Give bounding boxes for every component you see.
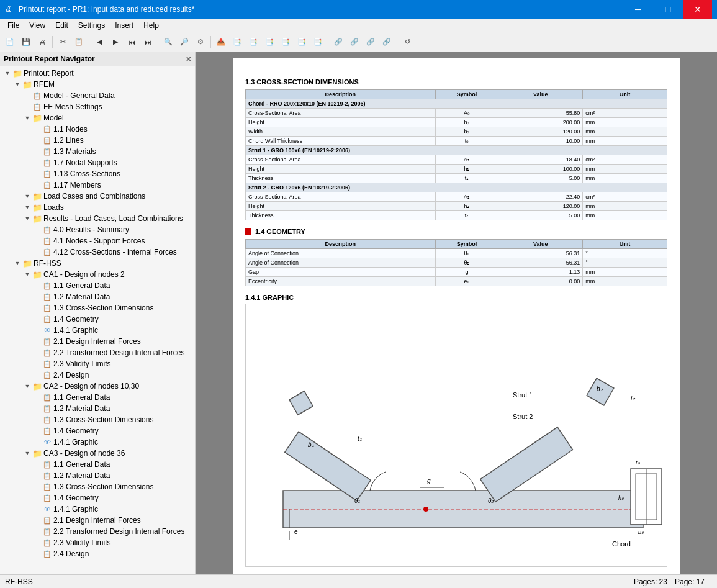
tb-link3[interactable]: 🔗 bbox=[363, 35, 378, 50]
tree-item-ca1geom[interactable]: 📋1.4 Geometry bbox=[0, 314, 195, 325]
tree-item-ca1validity[interactable]: 📋2.3 Validity Limits bbox=[0, 358, 195, 369]
tree-expander-resultsSummary[interactable] bbox=[32, 225, 42, 235]
menu-insert[interactable]: Insert bbox=[110, 20, 138, 31]
tree-expander-rfem[interactable]: ▼ bbox=[12, 79, 22, 89]
tree-expander-ca3designint[interactable] bbox=[32, 515, 42, 525]
tb-export4[interactable]: 📑 bbox=[262, 35, 277, 50]
tree-item-ca2crosssec[interactable]: 📋1.3 Cross-Section Dimensions bbox=[0, 414, 195, 425]
tree-item-modelGeneral[interactable]: 📋Model - General Data bbox=[0, 90, 195, 101]
tb-export2[interactable]: 📑 bbox=[230, 35, 245, 50]
tb-last[interactable]: ⏭ bbox=[140, 35, 155, 50]
tree-item-nodalSupports[interactable]: 📋1.7 Nodal Supports bbox=[0, 157, 195, 168]
tree-expander-ca3transformed[interactable] bbox=[32, 527, 42, 536]
tree-item-loadCases[interactable]: ▼📁Load Cases and Combinations bbox=[0, 191, 195, 202]
tb-cut[interactable]: ✂ bbox=[55, 35, 70, 50]
tree-item-ca2[interactable]: ▼📁CA2 - Design of nodes 10,30 bbox=[0, 381, 195, 392]
tree-item-ca1graphic[interactable]: 👁1.4.1 Graphic bbox=[0, 325, 195, 336]
tb-zoom-in[interactable]: 🔍 bbox=[161, 35, 176, 50]
tb-first[interactable]: ⏮ bbox=[124, 35, 139, 50]
tree-expander-ca1design[interactable] bbox=[32, 370, 42, 380]
tree-item-ca1general[interactable]: 📋1.1 General Data bbox=[0, 280, 195, 291]
tree-item-ca3validity[interactable]: 📋2.3 Validity Limits bbox=[0, 537, 195, 548]
close-button[interactable]: ✕ bbox=[683, 0, 712, 19]
tree-expander-ca3validity[interactable] bbox=[32, 538, 42, 548]
tree-item-ca1crosssec[interactable]: 📋1.3 Cross-Section Dimensions bbox=[0, 302, 195, 314]
tb-save[interactable]: 💾 bbox=[19, 35, 34, 50]
tree-expander-root[interactable]: ▼ bbox=[2, 68, 12, 78]
tree-expander-ca2general[interactable] bbox=[32, 392, 42, 402]
tree-item-resultsSummary[interactable]: 📋4.0 Results - Summary bbox=[0, 224, 195, 235]
tree-item-ca3crosssec[interactable]: 📋1.3 Cross-Section Dimensions bbox=[0, 481, 195, 492]
tree-expander-ca1validity[interactable] bbox=[32, 359, 42, 369]
tree-container[interactable]: ▼📁Printout Report▼📁RFEM📋Model - General … bbox=[0, 66, 195, 574]
tree-item-ca2graphic[interactable]: 👁1.4.1 Graphic bbox=[0, 436, 195, 448]
panel-close-button[interactable]: × bbox=[186, 54, 191, 64]
tree-item-nodesSupportForces[interactable]: 📋4.1 Nodes - Support Forces bbox=[0, 235, 195, 247]
tree-item-lines[interactable]: 📋1.2 Lines bbox=[0, 135, 195, 146]
tree-expander-ca3crosssec[interactable] bbox=[32, 482, 42, 492]
maximize-button[interactable]: □ bbox=[654, 0, 682, 19]
tree-item-ca3transformed[interactable]: 📋2.2 Transformed Design Internal Forces bbox=[0, 526, 195, 537]
tree-expander-members[interactable] bbox=[32, 180, 42, 190]
tree-expander-ca1general[interactable] bbox=[32, 281, 42, 291]
tree-expander-feMesh[interactable] bbox=[22, 102, 32, 112]
menu-help[interactable]: Help bbox=[138, 20, 164, 31]
tree-item-ca1transformed[interactable]: 📋2.2 Transformed Design Internal Forces bbox=[0, 347, 195, 358]
tree-expander-ca2material[interactable] bbox=[32, 404, 42, 414]
tree-item-ca3material[interactable]: 📋1.2 Material Data bbox=[0, 470, 195, 481]
tree-item-loads[interactable]: ▼📁Loads bbox=[0, 202, 195, 213]
tree-item-ca3general[interactable]: 📋1.1 General Data bbox=[0, 459, 195, 470]
tb-fwd[interactable]: ▶ bbox=[108, 35, 123, 50]
tree-expander-rfhss[interactable]: ▼ bbox=[12, 258, 22, 268]
tb-refresh[interactable]: ↺ bbox=[400, 35, 415, 50]
tree-expander-ca1geom[interactable] bbox=[32, 314, 42, 324]
tree-item-ca3designint[interactable]: 📋2.1 Design Internal Forces bbox=[0, 515, 195, 526]
tb-settings[interactable]: ⚙ bbox=[193, 35, 208, 50]
menu-view[interactable]: View bbox=[24, 20, 50, 31]
tb-export5[interactable]: 📑 bbox=[278, 35, 293, 50]
tb-copy[interactable]: 📋 bbox=[71, 35, 86, 50]
tb-print[interactable]: 🖨 bbox=[35, 35, 50, 50]
tb-link4[interactable]: 🔗 bbox=[379, 35, 394, 50]
tree-expander-results[interactable]: ▼ bbox=[22, 214, 32, 224]
tree-expander-ca1[interactable]: ▼ bbox=[22, 269, 32, 279]
tree-item-ca3design[interactable]: 📋2.4 Design bbox=[0, 548, 195, 559]
tree-expander-ca1crosssec[interactable] bbox=[32, 303, 42, 313]
tree-expander-ca1material[interactable] bbox=[32, 292, 42, 302]
tree-expander-ca3geom[interactable] bbox=[32, 493, 42, 503]
tree-item-ca1[interactable]: ▼📁CA1 - Design of nodes 2 bbox=[0, 269, 195, 280]
tree-item-ca3[interactable]: ▼📁CA3 - Design of node 36 bbox=[0, 448, 195, 459]
tree-item-feMesh[interactable]: 📋FE Mesh Settings bbox=[0, 101, 195, 112]
minimize-button[interactable]: ─ bbox=[624, 0, 652, 19]
tree-expander-nodalSupports[interactable] bbox=[32, 158, 42, 168]
tree-expander-ca3[interactable]: ▼ bbox=[22, 448, 32, 458]
tree-item-crossSections[interactable]: 📋1.13 Cross-Sections bbox=[0, 168, 195, 179]
tb-back[interactable]: ◀ bbox=[92, 35, 107, 50]
tree-item-members[interactable]: 📋1.17 Members bbox=[0, 179, 195, 191]
menu-edit[interactable]: Edit bbox=[50, 20, 73, 31]
tree-expander-ca1graphic[interactable] bbox=[32, 325, 42, 335]
tree-item-crossInternal[interactable]: 📋4.12 Cross-Sections - Internal Forces bbox=[0, 247, 195, 258]
tb-link2[interactable]: 🔗 bbox=[347, 35, 362, 50]
tree-item-ca2material[interactable]: 📋1.2 Material Data bbox=[0, 403, 195, 414]
tree-expander-lines[interactable] bbox=[32, 135, 42, 145]
tb-zoom-out[interactable]: 🔎 bbox=[177, 35, 192, 50]
menu-file[interactable]: File bbox=[2, 20, 24, 31]
tree-expander-loadCases[interactable]: ▼ bbox=[22, 191, 32, 201]
tree-item-model[interactable]: ▼📁Model bbox=[0, 112, 195, 124]
tree-item-rfhss[interactable]: ▼📁RF-HSS bbox=[0, 258, 195, 269]
tree-item-ca1designint[interactable]: 📋2.1 Design Internal Forces bbox=[0, 336, 195, 347]
tree-expander-ca1transformed[interactable] bbox=[32, 348, 42, 358]
tree-expander-ca3general[interactable] bbox=[32, 459, 42, 469]
tb-export6[interactable]: 📑 bbox=[294, 35, 309, 50]
tree-expander-loads[interactable]: ▼ bbox=[22, 202, 32, 212]
tree-expander-crossInternal[interactable] bbox=[32, 247, 42, 257]
tree-item-ca2geom[interactable]: 📋1.4 Geometry bbox=[0, 425, 195, 436]
tree-expander-modelGeneral[interactable] bbox=[22, 91, 32, 101]
tree-item-nodes[interactable]: 📋1.1 Nodes bbox=[0, 124, 195, 135]
tb-export1[interactable]: 📤 bbox=[214, 35, 228, 50]
tb-new[interactable]: 📄 bbox=[2, 35, 17, 50]
tree-expander-ca3graphic[interactable] bbox=[32, 504, 42, 514]
tree-expander-model[interactable]: ▼ bbox=[22, 113, 32, 123]
tree-item-ca1design[interactable]: 📋2.4 Design bbox=[0, 369, 195, 381]
